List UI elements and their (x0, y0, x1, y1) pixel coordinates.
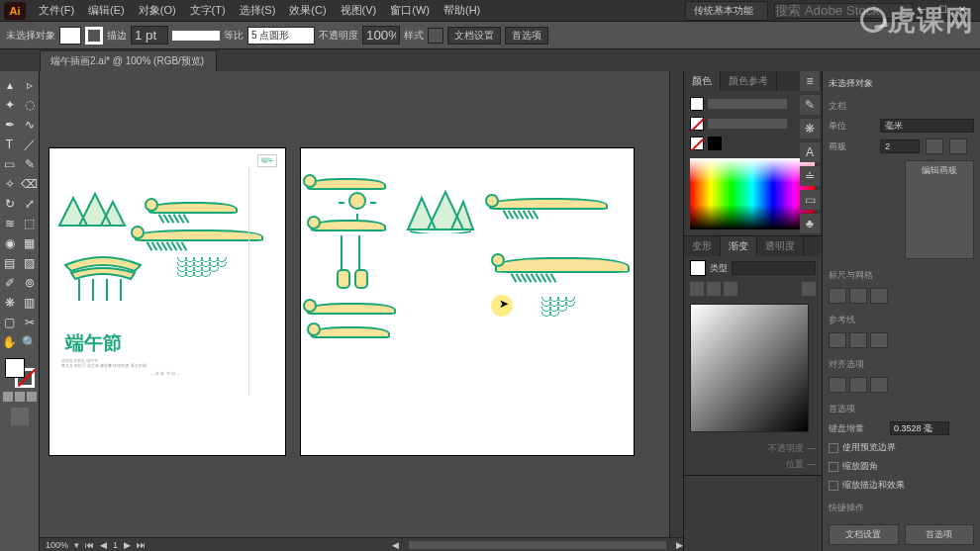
menu-type[interactable]: 文字(T) (183, 3, 233, 18)
artboard-nav-prev-icon[interactable]: ◀ (100, 540, 107, 550)
width-tool[interactable]: ≋ (1, 215, 19, 232)
canvas-area[interactable]: 端午 端午節 农历五月初五 端午节 赛 (40, 71, 683, 551)
none-mode-button[interactable] (27, 392, 37, 402)
horizontal-scrollbar[interactable] (409, 541, 666, 549)
selection-tool[interactable]: ▴ (1, 76, 19, 94)
fill-stroke-control[interactable] (5, 358, 35, 388)
artboard-prev-icon[interactable] (926, 138, 943, 154)
menu-effect[interactable]: 效果(C) (282, 3, 333, 18)
brush-icon[interactable]: ✎ (800, 95, 820, 115)
swatch-black[interactable] (708, 137, 722, 150)
direct-selection-tool[interactable]: ▹ (21, 76, 39, 94)
scale-strokes-checkbox[interactable] (829, 481, 838, 491)
hand-tool[interactable]: ✋ (1, 333, 19, 351)
toolbox-fill-swatch[interactable] (5, 358, 25, 378)
gradient-swatch[interactable] (690, 260, 706, 276)
fill-swatch[interactable] (59, 27, 81, 45)
scroll-right-icon[interactable]: ▶ (676, 540, 683, 550)
unit-dropdown[interactable]: 毫米 (880, 119, 974, 133)
menu-window[interactable]: 窗口(W) (383, 3, 437, 18)
ruler-button-1[interactable] (829, 288, 846, 304)
eyedropper-tool[interactable]: ✐ (1, 274, 19, 292)
color-guide-panel-tab[interactable]: 颜色参考 (721, 71, 777, 91)
menu-object[interactable]: 对象(O) (132, 3, 183, 18)
gradient-panel-tab[interactable]: 渐变 (721, 236, 757, 256)
vertical-scrollbar[interactable] (669, 71, 683, 537)
preferences-button[interactable]: 首选项 (505, 27, 548, 45)
eraser-tool[interactable]: ⌫ (21, 175, 39, 193)
brush-shape-dropdown[interactable]: 5 点圆形 (247, 27, 315, 45)
gradient-mode-button[interactable] (15, 392, 25, 402)
symbols-icon[interactable]: ❋ (800, 119, 820, 138)
slice-tool[interactable]: ✂ (21, 314, 39, 331)
perspective-tool[interactable]: ▦ (21, 234, 39, 252)
snap-button-1[interactable] (829, 377, 846, 393)
magic-wand-tool[interactable]: ✦ (1, 96, 19, 114)
scale-tool[interactable]: ⤢ (21, 195, 39, 213)
guides-button-2[interactable] (849, 332, 867, 348)
transform-panel-tab[interactable]: 变形 (684, 236, 721, 256)
curvature-tool[interactable]: ∿ (21, 116, 39, 134)
menu-edit[interactable]: 编辑(E) (81, 3, 132, 18)
key-increment-input[interactable] (890, 421, 949, 435)
layers-icon[interactable]: ≡ (800, 71, 820, 91)
artboard-next-icon[interactable] (949, 138, 967, 154)
type-tool[interactable]: T (1, 136, 19, 153)
symbol-sprayer-tool[interactable]: ❋ (1, 294, 19, 312)
color-slider[interactable] (708, 99, 787, 109)
pen-tool[interactable]: ✒ (1, 116, 19, 134)
gradient-linear-icon[interactable] (690, 282, 704, 296)
scale-corners-checkbox[interactable] (829, 462, 838, 472)
gradient-preview[interactable] (690, 304, 809, 432)
shape-builder-tool[interactable]: ◉ (1, 234, 19, 252)
quick-preferences-button[interactable]: 首选项 (905, 524, 975, 545)
mesh-tool[interactable]: ▤ (1, 254, 19, 272)
color-spectrum[interactable] (690, 158, 815, 230)
transparency-panel-tab[interactable]: 透明度 (757, 236, 804, 256)
gradient-radial-icon[interactable] (707, 282, 721, 296)
menu-select[interactable]: 选择(S) (233, 3, 283, 18)
artboard-nav-index[interactable]: 1 (113, 540, 118, 550)
edit-artboards-button[interactable]: 编辑画板 (905, 160, 974, 259)
stroke-profile-preview[interactable] (172, 31, 220, 41)
swatch-none[interactable] (690, 137, 704, 150)
ruler-button-3[interactable] (870, 288, 888, 304)
workspace-dropdown[interactable]: 传统基本功能 (685, 1, 768, 21)
paintbrush-tool[interactable]: ✎ (21, 155, 39, 173)
gradient-reverse-icon[interactable] (802, 282, 816, 296)
artboard-nav-next-icon[interactable]: ▶ (124, 540, 131, 550)
document-tab[interactable]: 端午插画2.ai* @ 100% (RGB/预览) (40, 50, 217, 71)
align-icon[interactable]: ≐ (800, 166, 820, 186)
gradient-type-dropdown[interactable] (732, 261, 816, 275)
scroll-left-icon[interactable]: ◀ (392, 540, 399, 550)
shaper-tool[interactable]: ✧ (1, 175, 19, 193)
doc-setup-button[interactable]: 文档设置 (447, 27, 501, 45)
color-panel-tab[interactable]: 颜色 (684, 71, 721, 91)
rectangle-tool[interactable]: ▭ (1, 155, 19, 173)
ruler-button-2[interactable] (849, 288, 867, 304)
artboard-count-dropdown[interactable]: 2 (880, 139, 920, 153)
artboard-nav-last-icon[interactable]: ⏭ (137, 540, 146, 550)
stroke-icon[interactable]: ▭ (800, 190, 820, 210)
gradient-tool[interactable]: ▨ (21, 254, 39, 272)
menu-help[interactable]: 帮助(H) (437, 3, 487, 18)
guides-button-3[interactable] (870, 332, 888, 348)
screen-mode-button[interactable] (11, 408, 29, 425)
type-icon[interactable]: A (800, 142, 820, 162)
stroke-weight-input[interactable] (131, 26, 168, 45)
preview-bounds-checkbox[interactable] (829, 443, 838, 453)
gradient-freeform-icon[interactable] (724, 282, 737, 296)
column-graph-tool[interactable]: ▥ (21, 294, 39, 312)
blend-tool[interactable]: ⊚ (21, 274, 39, 292)
free-transform-tool[interactable]: ⬚ (21, 215, 39, 232)
appearance-icon[interactable]: ♣ (800, 214, 820, 233)
stroke-swatch[interactable] (85, 27, 103, 45)
zoom-tool[interactable]: 🔍 (21, 333, 39, 351)
color-stroke-swatch[interactable] (690, 117, 704, 131)
zoom-level[interactable]: 100% (46, 540, 68, 550)
opacity-input[interactable] (362, 26, 400, 45)
snap-button-3[interactable] (870, 377, 888, 393)
line-tool[interactable]: ／ (21, 136, 39, 153)
rotate-tool[interactable]: ↻ (1, 195, 19, 213)
artboard-tool[interactable]: ▢ (1, 314, 19, 331)
